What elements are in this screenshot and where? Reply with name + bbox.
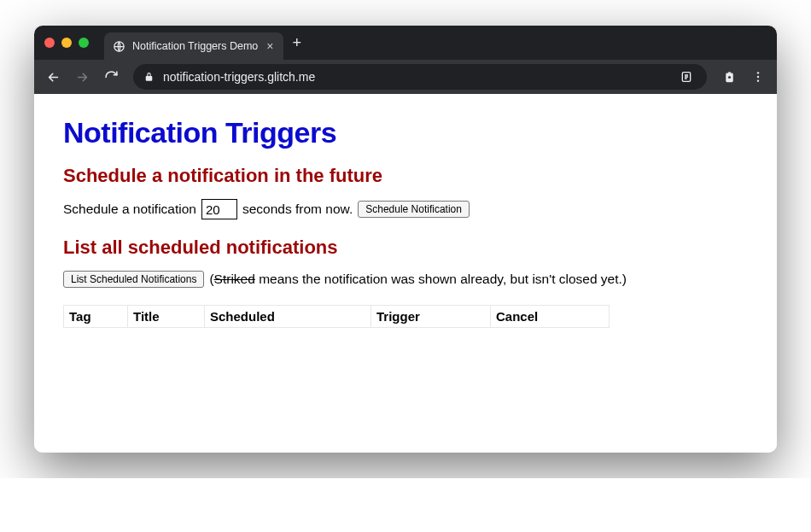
address-bar[interactable]: notification-triggers.glitch.me [133,64,707,90]
svg-rect-4 [728,72,731,73]
tab-strip: Notification Triggers Demo × + [34,26,777,60]
tab-title: Notification Triggers Demo [132,40,258,52]
list-row: List Scheduled Notifications (Striked me… [63,271,748,288]
schedule-notification-button[interactable]: Schedule Notification [358,201,470,218]
new-tab-button[interactable]: + [292,35,301,50]
col-scheduled: Scheduled [205,306,371,328]
list-scheduled-button[interactable]: List Scheduled Notifications [63,271,204,288]
schedule-heading: Schedule a notification in the future [63,165,748,187]
striked-word: Striked [214,272,255,286]
browser-toolbar: notification-triggers.glitch.me [34,60,777,94]
page-title: Notification Triggers [63,116,748,149]
col-tag: Tag [64,306,128,328]
url-text: notification-triggers.glitch.me [163,70,668,84]
extension-icon[interactable] [717,65,741,89]
svg-point-5 [757,72,759,73]
close-window-button[interactable] [44,38,55,48]
col-trigger: Trigger [371,306,491,328]
list-heading: List all scheduled notifications [63,237,748,259]
reload-button[interactable] [99,65,123,89]
lock-icon [143,72,155,83]
scheduled-table: Tag Title Scheduled Trigger Cancel [63,305,610,328]
list-note: (Striked means the notification was show… [209,272,627,287]
col-cancel: Cancel [491,306,610,328]
svg-point-7 [757,79,759,81]
back-button[interactable] [41,65,65,89]
window-controls [44,38,89,48]
schedule-prefix-text: Schedule a notification [63,202,196,217]
schedule-row: Schedule a notification seconds from now… [63,199,748,219]
col-title: Title [128,306,205,328]
schedule-suffix-text: seconds from now. [242,202,353,217]
svg-point-6 [757,76,759,78]
svg-point-3 [727,75,730,78]
browser-tab[interactable]: Notification Triggers Demo × [104,32,283,60]
page-content: Notification Triggers Schedule a notific… [34,94,777,453]
minimize-window-button[interactable] [61,38,72,48]
forward-button[interactable] [70,65,94,89]
browser-menu-button[interactable] [746,70,770,84]
seconds-input[interactable] [201,199,237,219]
close-tab-icon[interactable]: × [265,40,275,52]
maximize-window-button[interactable] [79,38,89,48]
browser-window: Notification Triggers Demo × + [34,26,777,453]
table-header-row: Tag Title Scheduled Trigger Cancel [64,306,610,328]
reader-mode-icon[interactable] [676,67,697,87]
globe-icon [113,40,125,53]
